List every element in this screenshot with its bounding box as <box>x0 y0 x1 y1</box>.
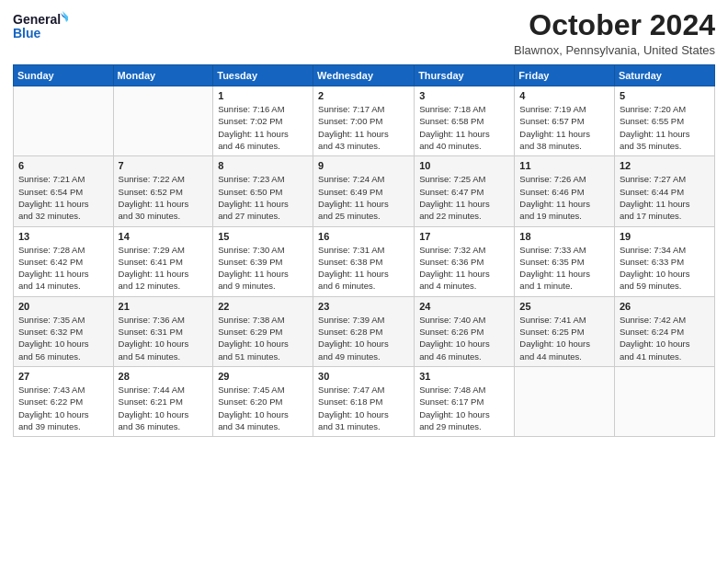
day-number: 1 <box>218 90 308 101</box>
cell-w3-d2: 14Sunrise: 7:29 AM Sunset: 6:41 PM Dayli… <box>113 226 213 296</box>
day-detail: Sunrise: 7:17 AM Sunset: 7:00 PM Dayligh… <box>318 103 409 152</box>
col-sunday: Sunday <box>14 65 114 86</box>
logo: General Blue <box>13 9 68 44</box>
cell-w3-d4: 16Sunrise: 7:31 AM Sunset: 6:38 PM Dayli… <box>313 226 415 296</box>
title-area: October 2024 Blawnox, Pennsylvania, Unit… <box>514 9 715 57</box>
cell-w1-d1 <box>14 86 114 156</box>
day-detail: Sunrise: 7:18 AM Sunset: 6:58 PM Dayligh… <box>419 103 509 152</box>
day-number: 27 <box>18 371 108 382</box>
day-number: 16 <box>318 231 409 242</box>
cell-w4-d3: 22Sunrise: 7:38 AM Sunset: 6:29 PM Dayli… <box>213 296 313 366</box>
day-detail: Sunrise: 7:28 AM Sunset: 6:42 PM Dayligh… <box>18 244 108 293</box>
cell-w4-d7: 26Sunrise: 7:42 AM Sunset: 6:24 PM Dayli… <box>614 296 714 366</box>
cell-w3-d3: 15Sunrise: 7:30 AM Sunset: 6:39 PM Dayli… <box>213 226 313 296</box>
day-detail: Sunrise: 7:36 AM Sunset: 6:31 PM Dayligh… <box>119 314 209 362</box>
day-number: 17 <box>419 231 509 242</box>
cell-w1-d5: 3Sunrise: 7:18 AM Sunset: 6:58 PM Daylig… <box>415 86 515 156</box>
col-tuesday: Tuesday <box>213 65 313 86</box>
cell-w2-d5: 10Sunrise: 7:25 AM Sunset: 6:47 PM Dayli… <box>415 156 515 226</box>
cell-w2-d2: 7Sunrise: 7:22 AM Sunset: 6:52 PM Daylig… <box>113 156 213 226</box>
day-detail: Sunrise: 7:24 AM Sunset: 6:49 PM Dayligh… <box>318 173 409 222</box>
week-row-3: 13Sunrise: 7:28 AM Sunset: 6:42 PM Dayli… <box>14 226 715 296</box>
svg-text:Blue: Blue <box>13 26 41 40</box>
cell-w3-d1: 13Sunrise: 7:28 AM Sunset: 6:42 PM Dayli… <box>14 226 114 296</box>
col-thursday: Thursday <box>415 65 515 86</box>
header: General Blue October 2024 Blawnox, Penns… <box>13 9 715 57</box>
day-detail: Sunrise: 7:42 AM Sunset: 6:24 PM Dayligh… <box>620 314 710 362</box>
cell-w5-d1: 27Sunrise: 7:43 AM Sunset: 6:22 PM Dayli… <box>14 366 114 436</box>
page: General Blue October 2024 Blawnox, Penns… <box>0 0 728 442</box>
cell-w2-d4: 9Sunrise: 7:24 AM Sunset: 6:49 PM Daylig… <box>313 156 415 226</box>
calendar-header: Sunday Monday Tuesday Wednesday Thursday… <box>14 65 715 86</box>
day-detail: Sunrise: 7:25 AM Sunset: 6:47 PM Dayligh… <box>419 173 509 222</box>
day-detail: Sunrise: 7:19 AM Sunset: 6:57 PM Dayligh… <box>519 103 609 152</box>
cell-w2-d7: 12Sunrise: 7:27 AM Sunset: 6:44 PM Dayli… <box>614 156 714 226</box>
day-detail: Sunrise: 7:33 AM Sunset: 6:35 PM Dayligh… <box>519 244 609 293</box>
day-detail: Sunrise: 7:29 AM Sunset: 6:41 PM Dayligh… <box>119 244 209 293</box>
day-number: 2 <box>318 90 409 101</box>
day-number: 7 <box>119 160 209 171</box>
day-detail: Sunrise: 7:26 AM Sunset: 6:46 PM Dayligh… <box>519 173 609 222</box>
day-detail: Sunrise: 7:44 AM Sunset: 6:21 PM Dayligh… <box>119 384 209 432</box>
svg-text:General: General <box>13 12 61 27</box>
day-detail: Sunrise: 7:32 AM Sunset: 6:36 PM Dayligh… <box>419 244 509 293</box>
location: Blawnox, Pennsylvania, United States <box>514 43 715 57</box>
day-number: 29 <box>218 371 308 382</box>
day-detail: Sunrise: 7:23 AM Sunset: 6:50 PM Dayligh… <box>218 173 308 222</box>
col-saturday: Saturday <box>614 65 714 86</box>
day-number: 10 <box>419 160 509 171</box>
day-number: 28 <box>119 371 209 382</box>
cell-w5-d2: 28Sunrise: 7:44 AM Sunset: 6:21 PM Dayli… <box>113 366 213 436</box>
week-row-4: 20Sunrise: 7:35 AM Sunset: 6:32 PM Dayli… <box>14 296 715 366</box>
cell-w5-d3: 29Sunrise: 7:45 AM Sunset: 6:20 PM Dayli… <box>213 366 313 436</box>
day-number: 15 <box>218 231 308 242</box>
cell-w1-d6: 4Sunrise: 7:19 AM Sunset: 6:57 PM Daylig… <box>515 86 615 156</box>
cell-w5-d7 <box>614 366 714 436</box>
cell-w4-d2: 21Sunrise: 7:36 AM Sunset: 6:31 PM Dayli… <box>113 296 213 366</box>
day-detail: Sunrise: 7:31 AM Sunset: 6:38 PM Dayligh… <box>318 244 409 293</box>
day-detail: Sunrise: 7:22 AM Sunset: 6:52 PM Dayligh… <box>119 173 209 222</box>
cell-w5-d6 <box>515 366 615 436</box>
cell-w5-d4: 30Sunrise: 7:47 AM Sunset: 6:18 PM Dayli… <box>313 366 415 436</box>
col-wednesday: Wednesday <box>313 65 415 86</box>
cell-w3-d6: 18Sunrise: 7:33 AM Sunset: 6:35 PM Dayli… <box>515 226 615 296</box>
week-row-5: 27Sunrise: 7:43 AM Sunset: 6:22 PM Dayli… <box>14 366 715 436</box>
cell-w2-d6: 11Sunrise: 7:26 AM Sunset: 6:46 PM Dayli… <box>515 156 615 226</box>
cell-w5-d5: 31Sunrise: 7:48 AM Sunset: 6:17 PM Dayli… <box>415 366 515 436</box>
cell-w4-d5: 24Sunrise: 7:40 AM Sunset: 6:26 PM Dayli… <box>415 296 515 366</box>
day-detail: Sunrise: 7:16 AM Sunset: 7:02 PM Dayligh… <box>218 103 308 152</box>
day-number: 25 <box>519 301 609 312</box>
day-number: 8 <box>218 160 308 171</box>
day-number: 20 <box>18 301 108 312</box>
day-detail: Sunrise: 7:45 AM Sunset: 6:20 PM Dayligh… <box>218 384 308 432</box>
day-number: 14 <box>119 231 209 242</box>
cell-w4-d6: 25Sunrise: 7:41 AM Sunset: 6:25 PM Dayli… <box>515 296 615 366</box>
day-detail: Sunrise: 7:40 AM Sunset: 6:26 PM Dayligh… <box>419 314 509 362</box>
day-number: 13 <box>18 231 108 242</box>
day-number: 23 <box>318 301 409 312</box>
cell-w3-d7: 19Sunrise: 7:34 AM Sunset: 6:33 PM Dayli… <box>614 226 714 296</box>
day-detail: Sunrise: 7:43 AM Sunset: 6:22 PM Dayligh… <box>18 384 108 432</box>
day-number: 26 <box>620 301 710 312</box>
cell-w2-d1: 6Sunrise: 7:21 AM Sunset: 6:54 PM Daylig… <box>14 156 114 226</box>
cell-w4-d1: 20Sunrise: 7:35 AM Sunset: 6:32 PM Dayli… <box>14 296 114 366</box>
day-number: 4 <box>519 90 609 101</box>
day-number: 24 <box>419 301 509 312</box>
logo-svg: General Blue <box>13 9 68 44</box>
day-number: 6 <box>18 160 108 171</box>
day-number: 22 <box>218 301 308 312</box>
calendar-body: 1Sunrise: 7:16 AM Sunset: 7:02 PM Daylig… <box>14 86 715 437</box>
day-number: 18 <box>519 231 609 242</box>
cell-w2-d3: 8Sunrise: 7:23 AM Sunset: 6:50 PM Daylig… <box>213 156 313 226</box>
day-detail: Sunrise: 7:20 AM Sunset: 6:55 PM Dayligh… <box>620 103 710 152</box>
cell-w1-d7: 5Sunrise: 7:20 AM Sunset: 6:55 PM Daylig… <box>614 86 714 156</box>
day-detail: Sunrise: 7:30 AM Sunset: 6:39 PM Dayligh… <box>218 244 308 293</box>
cell-w4-d4: 23Sunrise: 7:39 AM Sunset: 6:28 PM Dayli… <box>313 296 415 366</box>
day-number: 30 <box>318 371 409 382</box>
day-detail: Sunrise: 7:38 AM Sunset: 6:29 PM Dayligh… <box>218 314 308 362</box>
month-title: October 2024 <box>514 9 715 41</box>
day-number: 11 <box>519 160 609 171</box>
header-row: Sunday Monday Tuesday Wednesday Thursday… <box>14 65 715 86</box>
cell-w1-d4: 2Sunrise: 7:17 AM Sunset: 7:00 PM Daylig… <box>313 86 415 156</box>
calendar: Sunday Monday Tuesday Wednesday Thursday… <box>13 64 715 437</box>
